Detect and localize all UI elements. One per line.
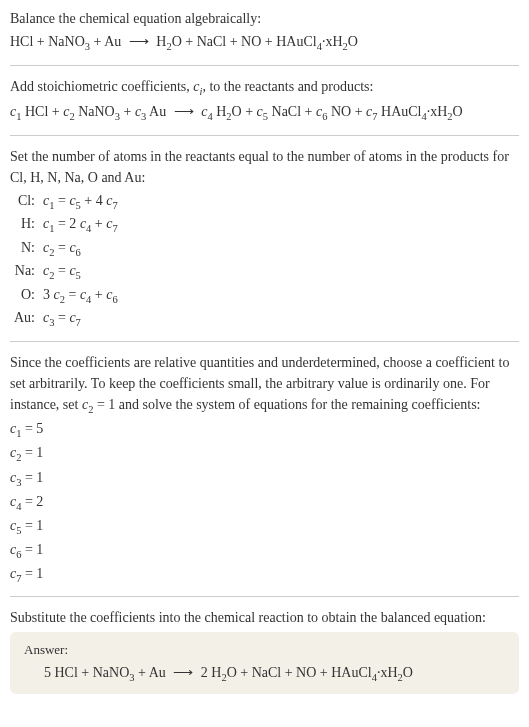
t: = [54,263,69,278]
v: = 5 [21,421,43,436]
atom-equation: c1 = 2 c4 + c7 [43,213,118,237]
v: = 1 [21,470,43,485]
atom-row-o: O: 3 c2 = c4 + c6 [10,284,118,308]
coeff-line: c5 = 1 [10,516,519,538]
v: = 1 [21,566,43,581]
sub: 7 [112,223,117,234]
atom-label: H: [10,213,43,237]
atom-row-cl: Cl: c1 = c5 + 4 c7 [10,190,118,214]
sub: 6 [112,294,117,305]
t: NaCl + [268,104,316,119]
divider [10,341,519,342]
balanced-equation: 5 HCl + NaNO3 + Au ⟶ 2 H2O + NaCl + NO +… [24,664,505,683]
atom-row-n: N: c2 = c6 [10,237,118,261]
coefficients-section: Add stoichiometric coefficients, ci, to … [10,76,519,125]
atom-label: Na: [10,260,43,284]
t: HCl + [21,104,63,119]
t: = 2 [54,216,79,231]
coefficient-equation: c1 HCl + c2 NaNO3 + c3 Au ⟶ c4 H2O + c5 … [10,101,519,125]
t: = [54,193,69,208]
eq-text: ·xH [322,34,343,49]
arrow-icon: ⟶ [129,31,149,52]
atom-equation: c3 = c7 [43,307,118,331]
divider [10,596,519,597]
atom-label: O: [10,284,43,308]
answer-label: Answer: [24,642,505,658]
t: = 1 [93,397,115,412]
eq-text: O + NaCl + NO + HAuCl [172,34,317,49]
t: + 4 [81,193,106,208]
atom-label: Cl: [10,190,43,214]
t: NO + [327,104,366,119]
coeff-line: c3 = 1 [10,468,519,490]
t: ·xH [427,104,448,119]
solve-section: Since the coefficients are relative quan… [10,352,519,586]
v: = 1 [21,518,43,533]
t: 3 [43,287,54,302]
atom-equation: c2 = c6 [43,237,118,261]
atom-equations-table: Cl: c1 = c5 + 4 c7 H: c1 = 2 c4 + c7 N: … [10,190,118,331]
sub: 6 [76,247,81,258]
atom-label: Au: [10,307,43,331]
atom-balance-section: Set the number of atoms in the reactants… [10,146,519,331]
atom-balance-title: Set the number of atoms in the reactants… [10,146,519,188]
balance-title: Balance the chemical equation algebraica… [10,8,519,29]
coeff-line: c1 = 5 [10,419,519,441]
t: O [453,104,463,119]
eq-text: H [153,34,167,49]
t: O + NaCl + NO + HAuCl [227,665,372,680]
t: = [54,240,69,255]
coeff-line: c4 = 2 [10,492,519,514]
divider [10,135,519,136]
solve-title: Since the coefficients are relative quan… [10,352,519,418]
t: + [91,287,106,302]
t: + [120,104,135,119]
atom-equation: c1 = c5 + 4 c7 [43,190,118,214]
coefficients-title: Add stoichiometric coefficients, ci, to … [10,76,519,100]
t: 2 H [197,665,221,680]
eq-text: O [348,34,358,49]
t: HAuCl [378,104,422,119]
atom-label: N: [10,237,43,261]
substitute-title: Substitute the coefficients into the che… [10,607,519,628]
title-text: Add stoichiometric coefficients, [10,79,193,94]
atom-equation: 3 c2 = c4 + c6 [43,284,118,308]
coeff-line: c7 = 1 [10,564,519,586]
unbalanced-equation: HCl + NaNO3 + Au ⟶ H2O + NaCl + NO + HAu… [10,31,519,55]
eq-text: + Au [90,34,125,49]
t: H [213,104,227,119]
arrow-icon: ⟶ [173,664,193,681]
v: = 1 [21,542,43,557]
balance-section: Balance the chemical equation algebraica… [10,8,519,55]
answer-box: Answer: 5 HCl + NaNO3 + Au ⟶ 2 H2O + NaC… [10,632,519,695]
title-text: and solve the system of equations for th… [115,397,480,412]
atom-row-au: Au: c3 = c7 [10,307,118,331]
substitute-section: Substitute the coefficients into the che… [10,607,519,628]
sub: 7 [76,317,81,328]
divider [10,65,519,66]
coefficient-values: c1 = 5 c2 = 1 c3 = 1 c4 = 2 c5 = 1 c6 = … [10,419,519,585]
t: 5 HCl + NaNO [44,665,129,680]
t: Au [146,104,169,119]
sub: 7 [112,199,117,210]
eq-text: HCl + NaNO [10,34,85,49]
sub: 5 [76,270,81,281]
t: + Au [135,665,170,680]
title-text: , to the reactants and products: [202,79,373,94]
t: + [91,216,106,231]
t: O + [232,104,257,119]
v: = 2 [21,494,43,509]
coeff-line: c2 = 1 [10,443,519,465]
t: ·xH [377,665,398,680]
arrow-icon: ⟶ [174,101,194,122]
coeff-line: c6 = 1 [10,540,519,562]
v: = 1 [21,445,43,460]
t: NaNO [75,104,115,119]
t: = [65,287,80,302]
atom-row-h: H: c1 = 2 c4 + c7 [10,213,118,237]
atom-equation: c2 = c5 [43,260,118,284]
t: O [403,665,413,680]
t: = [54,310,69,325]
atom-row-na: Na: c2 = c5 [10,260,118,284]
